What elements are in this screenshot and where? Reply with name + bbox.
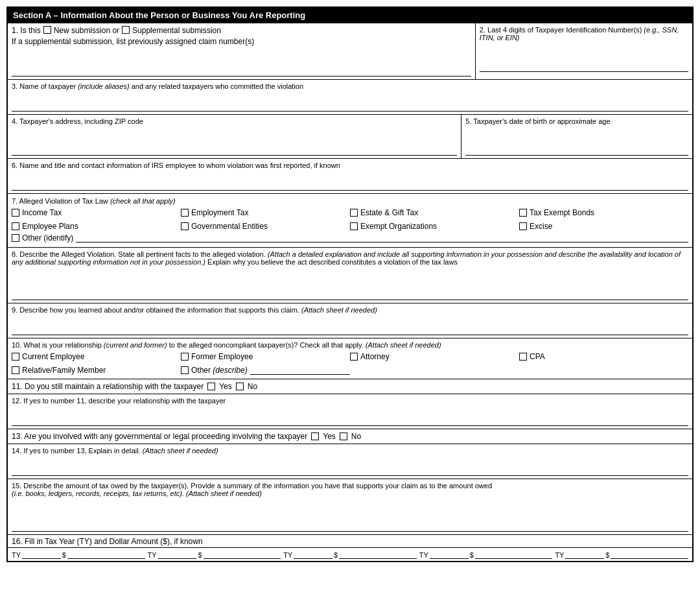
- violation-estate-gift: Estate & Gift Tax: [350, 208, 519, 217]
- dollar-label-4: $: [470, 551, 474, 559]
- other-violation-checkbox[interactable]: [12, 234, 19, 242]
- exempt-org-checkbox[interactable]: [350, 222, 358, 230]
- ty-label-4: TY: [419, 551, 428, 559]
- other-violation-input[interactable]: [76, 233, 688, 243]
- field-13-label: 13. Are you involved with any government…: [12, 432, 307, 441]
- field-9-row: 9. Describe how you learned about and/or…: [8, 303, 692, 338]
- section-header: Section A – Information About the Person…: [8, 8, 692, 23]
- field-5-label: 5. Taxpayer's date of birth or approxima…: [465, 117, 688, 125]
- field-16-ty-row: TY $ TY $ TY $ TY $ TY $: [8, 548, 692, 561]
- employment-tax-label: Employment Tax: [191, 208, 248, 217]
- field-14-label: 14. If yes to number 13, Explain in deta…: [12, 447, 688, 455]
- field-2-input[interactable]: [480, 43, 688, 72]
- other-rel-checkbox[interactable]: [181, 366, 189, 374]
- ty-input-4[interactable]: [430, 550, 469, 559]
- field-8-input[interactable]: [12, 268, 688, 300]
- field-10-label-text: 10. What is your relationship: [12, 341, 102, 349]
- dollar-input-4[interactable]: [475, 550, 553, 559]
- other-rel-label: Other (describe): [191, 366, 248, 375]
- attorney-checkbox[interactable]: [350, 353, 358, 361]
- employee-plans-checkbox[interactable]: [12, 222, 19, 230]
- ty-group-1: TY $: [12, 550, 145, 559]
- field-1-supplemental-checkbox[interactable]: [122, 26, 130, 34]
- field-8-row: 8. Describe the Alleged Violation. State…: [8, 248, 692, 303]
- field-15-row: 15. Describe the amount of tax owed by t…: [8, 479, 692, 535]
- field-6-label: 6. Name and title and contact informatio…: [12, 161, 688, 169]
- estate-gift-checkbox[interactable]: [350, 209, 358, 217]
- field-14-input[interactable]: [12, 456, 688, 476]
- rel-attorney: Attorney: [350, 352, 519, 361]
- field-11-label: 11. Do you still maintain a relationship…: [12, 382, 204, 391]
- rel-cpa: CPA: [519, 352, 688, 361]
- field-3-row: 3. Name of taxpayer (include aliases) an…: [8, 80, 692, 115]
- field-13-yes-label: Yes: [323, 432, 336, 441]
- field-13-no-checkbox[interactable]: [340, 432, 347, 440]
- dollar-label-1: $: [62, 551, 66, 559]
- field-15-input[interactable]: [12, 499, 688, 532]
- field-1-supplemental-label: Supplemental submission: [132, 26, 221, 35]
- field-9-input[interactable]: [12, 316, 688, 335]
- current-employee-label: Current Employee: [22, 352, 85, 361]
- field-3-label-rest: and any related taxpayers who committed …: [132, 82, 303, 90]
- cpa-checkbox[interactable]: [519, 353, 527, 361]
- excise-label: Excise: [530, 222, 552, 231]
- tax-exempt-bonds-label: Tax Exempt Bonds: [530, 208, 594, 217]
- current-employee-checkbox[interactable]: [12, 353, 19, 361]
- violation-other-row: Other (identify): [12, 232, 688, 244]
- section-header-text: Section A – Information About the Person…: [13, 10, 305, 20]
- income-tax-checkbox[interactable]: [12, 209, 19, 217]
- former-employee-label: Former Employee: [191, 352, 253, 361]
- field-11-row: 11. Do you still maintain a relationship…: [8, 379, 692, 394]
- rel-former-employee: Former Employee: [181, 352, 350, 361]
- ty-group-2: TY $: [148, 550, 281, 559]
- employee-plans-label: Employee Plans: [22, 222, 78, 231]
- rel-current-employee: Current Employee: [12, 352, 181, 361]
- field-2-label-text: 2. Last 4 digits of Taxpayer Identificat…: [480, 26, 642, 34]
- field-2-cell: 2. Last 4 digits of Taxpayer Identificat…: [476, 23, 692, 79]
- relative-checkbox[interactable]: [12, 366, 19, 374]
- field-6-input[interactable]: [12, 171, 688, 191]
- field-7-italic: (check all that apply): [110, 197, 176, 205]
- field-3-label-text: 3. Name of taxpayer: [12, 82, 76, 90]
- field-11-yes-checkbox[interactable]: [207, 383, 215, 390]
- field-12-input[interactable]: [12, 407, 688, 426]
- dollar-input-2[interactable]: [204, 550, 281, 559]
- ty-input-5[interactable]: [565, 550, 604, 559]
- income-tax-label: Income Tax: [22, 208, 62, 217]
- estate-gift-label: Estate & Gift Tax: [360, 208, 418, 217]
- field-5-input[interactable]: [465, 126, 688, 156]
- violation-income-tax: Income Tax: [12, 208, 181, 217]
- excise-checkbox[interactable]: [519, 222, 527, 230]
- violations-col-0: Income Tax Employee Plans: [12, 207, 181, 232]
- field-8-label-text: 8. Describe the Alleged Violation. State…: [12, 250, 266, 258]
- violation-employment-tax: Employment Tax: [181, 208, 350, 217]
- former-employee-checkbox[interactable]: [181, 353, 189, 361]
- ty-group-3: TY $: [283, 550, 417, 559]
- field-1-input[interactable]: [12, 47, 471, 77]
- rel-col-0: Current Employee Relative/Family Member: [12, 351, 181, 376]
- tax-exempt-bonds-checkbox[interactable]: [519, 209, 527, 217]
- employment-tax-checkbox[interactable]: [181, 209, 189, 217]
- dollar-input-3[interactable]: [339, 550, 417, 559]
- relative-label: Relative/Family Member: [22, 366, 106, 375]
- violation-employee-plans: Employee Plans: [12, 222, 181, 231]
- other-violation-label: Other (identify): [22, 233, 73, 243]
- ty-input-3[interactable]: [294, 550, 332, 559]
- violation-tax-exempt-bonds: Tax Exempt Bonds: [519, 208, 688, 217]
- field-13-yes-checkbox[interactable]: [311, 432, 319, 440]
- ty-input-2[interactable]: [158, 550, 197, 559]
- governmental-checkbox[interactable]: [181, 222, 189, 230]
- field-3-input[interactable]: [12, 92, 688, 112]
- field-10-row: 10. What is your relationship (current a…: [8, 338, 692, 379]
- field-12-row: 12. If yes to number 11, describe your r…: [8, 394, 692, 429]
- violation-governmental: Governmental Entities: [181, 222, 350, 231]
- field-11-no-checkbox[interactable]: [236, 383, 244, 390]
- dollar-input-5[interactable]: [611, 550, 688, 559]
- other-rel-input[interactable]: [250, 366, 350, 375]
- field-1-new-checkbox[interactable]: [43, 26, 51, 34]
- dollar-input-1[interactable]: [67, 550, 145, 559]
- field-3-italic: (include aliases): [78, 82, 129, 90]
- ty-input-1[interactable]: [22, 550, 61, 559]
- field-14-label-text: 14. If yes to number 13, Explain in deta…: [12, 447, 141, 455]
- field-4-input[interactable]: [12, 126, 457, 156]
